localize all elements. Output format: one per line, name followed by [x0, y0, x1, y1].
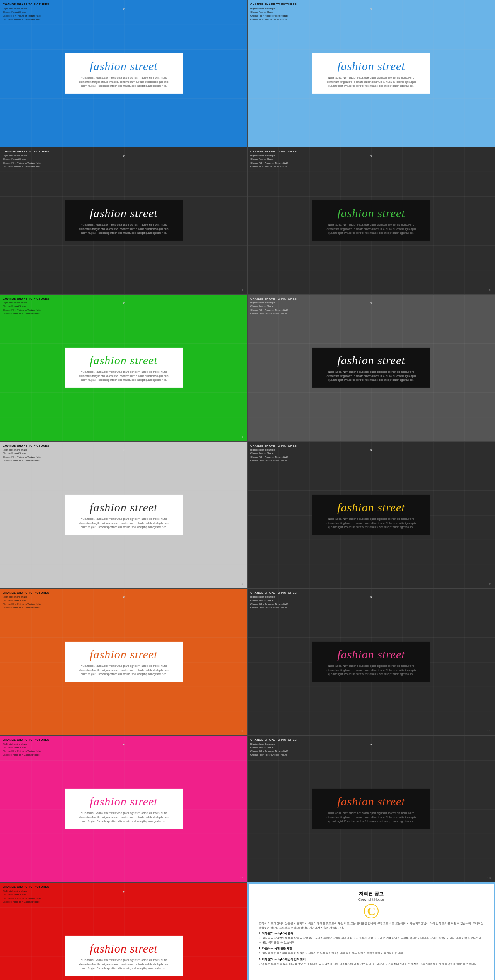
instructions-line-4: Choose From File > Choose Picture — [3, 606, 49, 610]
copyright-title: 저작권 공고 — [259, 891, 484, 897]
fashion-street-title: fashion street — [325, 501, 418, 514]
instructions-block: CHANGE SHAPE TO PICTURESRight click on t… — [3, 297, 49, 315]
instructions-line-1: Right click on the shape — [250, 154, 297, 158]
instructions-line-2: Choose Format Shape — [3, 305, 49, 308]
instructions-block: CHANGE SHAPE TO PICTURESRight click on t… — [3, 885, 49, 904]
slide-12: ▼CHANGE SHAPE TO PICTURESRight click on … — [248, 735, 495, 882]
slide-number: 4 — [242, 288, 243, 291]
instructions-line-1: Right click on the shape — [3, 595, 49, 599]
lorem-text: Nulla facilisi. Nam auctor metus vitae q… — [325, 223, 418, 235]
instructions-title: CHANGE SHAPE TO PICTURES — [3, 444, 49, 447]
instructions-line-3: Choose Fill > Picture or Texture (tab) — [3, 456, 49, 459]
fashion-street-title: fashion street — [325, 648, 418, 661]
arrow-marker: ▼ — [122, 743, 125, 746]
instructions-line-4: Choose From File > Choose Picture — [250, 18, 297, 21]
slide-7: ▼CHANGE SHAPE TO PICTURESRight click on … — [0, 441, 248, 588]
instructions-line-2: Choose Format Shape — [3, 10, 49, 14]
instructions-line-1: Right click on the shape — [3, 301, 49, 305]
copyright-slide: 저작권 공고Copyright NoticeC고객여 이 프레젠테이션은 본 사… — [248, 882, 495, 980]
instructions-line-1: Right click on the shape — [3, 154, 49, 158]
fashion-street-title: fashion street — [77, 942, 170, 955]
instructions-title: CHANGE SHAPE TO PICTURES — [250, 297, 297, 300]
instructions-line-2: Choose Format Shape — [3, 158, 49, 161]
instructions-block: CHANGE SHAPE TO PICTURESRight click on t… — [250, 444, 297, 463]
instructions-line-2: Choose Format Shape — [250, 452, 297, 455]
instructions-line-2: Choose Format Shape — [250, 746, 297, 749]
content-card: fashion streetNulla facilisi. Nam auctor… — [312, 789, 430, 829]
instructions-line-4: Choose From File > Choose Picture — [3, 753, 49, 757]
lorem-text: Nulla facilisi. Nam auctor metus vitae q… — [77, 958, 170, 971]
content-card: fashion streetNulla facilisi. Nam auctor… — [65, 936, 183, 976]
instructions-line-4: Choose From File > Choose Picture — [250, 165, 297, 168]
instructions-block: CHANGE SHAPE TO PICTURESRight click on t… — [250, 150, 297, 168]
arrow-marker: ▼ — [122, 449, 125, 452]
arrow-marker: ▼ — [370, 596, 373, 599]
content-card: fashion streetNulla facilisi. Nam auctor… — [312, 642, 430, 682]
instructions-line-1: Right click on the shape — [3, 7, 49, 10]
instructions-line-3: Choose Fill > Picture or Texture (tab) — [3, 161, 49, 165]
instructions-line-1: Right click on the shape — [3, 889, 49, 893]
slide-13: ▼CHANGE SHAPE TO PICTURESRight click on … — [0, 882, 248, 980]
arrow-marker: ▼ — [122, 596, 125, 599]
arrow-marker: ▼ — [370, 449, 373, 452]
slide-10: ▼CHANGE SHAPE TO PICTURESRight click on … — [248, 588, 495, 735]
slide-number: 9 — [489, 582, 491, 586]
copyright-body4: 만약 불법 복제 또는 무단 배포를 발견하게 된다면, 저작권법에 의해 고소… — [259, 962, 484, 966]
instructions-line-2: Choose Format Shape — [250, 305, 297, 308]
last-row: ▼CHANGE SHAPE TO PICTURESRight click on … — [0, 882, 495, 980]
instructions-line-3: Choose Fill > Picture or Texture (tab) — [3, 897, 49, 900]
instructions-title: CHANGE SHAPE TO PICTURES — [3, 591, 49, 595]
instructions-line-3: Choose Fill > Picture or Texture (tab) — [250, 750, 297, 753]
instructions-line-1: Right click on the shape — [3, 448, 49, 452]
copyright-section3: 3. 저작권(Copyright) 위반시 법적 조치 — [259, 958, 484, 961]
instructions-block: CHANGE SHAPE TO PICTURESRight click on t… — [250, 3, 297, 21]
content-card: fashion streetNulla facilisi. Nam auctor… — [312, 53, 430, 94]
instructions-line-3: Choose Fill > Picture or Texture (tab) — [3, 603, 49, 606]
arrow-marker: ▼ — [122, 7, 125, 11]
slide-number: 6 — [242, 435, 243, 439]
instructions-title: CHANGE SHAPE TO PICTURES — [250, 444, 297, 447]
copyright-section1: 1. 저작권(Copyright)에 관해 — [259, 932, 484, 935]
slide-grid: ▼CHANGE SHAPE TO PICTURESRight click on … — [0, 0, 495, 882]
instructions-line-2: Choose Format Shape — [3, 746, 49, 749]
slide-5: ▼CHANGE SHAPE TO PICTURESRight click on … — [0, 294, 248, 441]
instructions-line-2: Choose Format Shape — [3, 893, 49, 896]
instructions-line-4: Choose From File > Choose Picture — [3, 900, 49, 904]
instructions-block: CHANGE SHAPE TO PICTURESRight click on t… — [3, 738, 49, 757]
instructions-line-3: Choose Fill > Picture or Texture (tab) — [250, 161, 297, 165]
instructions-block: CHANGE SHAPE TO PICTURESRight click on t… — [250, 297, 297, 315]
instructions-line-1: Right click on the shape — [3, 742, 49, 746]
arrow-marker: ▼ — [370, 154, 373, 158]
arrow-marker: ▼ — [122, 890, 125, 893]
content-card: fashion streetNulla facilisi. Nam auctor… — [312, 348, 430, 388]
instructions-line-1: Right click on the shape — [250, 742, 297, 746]
fashion-street-title: fashion street — [77, 501, 170, 514]
instructions-line-4: Choose From File > Choose Picture — [3, 165, 49, 168]
instructions-block: CHANGE SHAPE TO PICTURESRight click on t… — [3, 3, 49, 21]
instructions-line-3: Choose Fill > Picture or Texture (tab) — [3, 750, 49, 753]
instructions-line-4: Choose From File > Choose Picture — [3, 18, 49, 21]
copyright-body2: 이 파일은 저작권법의 보호를 받는 저작물로서, 구매자는 해당 파일을 재판… — [259, 936, 484, 944]
arrow-marker: ▼ — [370, 743, 373, 746]
fashion-street-title: fashion street — [77, 795, 170, 808]
instructions-line-2: Choose Format Shape — [250, 158, 297, 161]
instructions-line-2: Choose Format Shape — [3, 452, 49, 455]
slide-4: ▼CHANGE SHAPE TO PICTURESRight click on … — [248, 147, 495, 294]
fashion-street-title: fashion street — [325, 795, 418, 808]
copyright-logo: C — [364, 904, 379, 918]
slide-3: ▼CHANGE SHAPE TO PICTURESRight click on … — [0, 147, 248, 294]
instructions-line-2: Choose Format Shape — [3, 599, 49, 602]
copyright-body3: 이 파일에 포함된 이미지들은 저작권법상 사용이 가능한 이미지들입니다. 이… — [259, 951, 484, 956]
instructions-block: CHANGE SHAPE TO PICTURESRight click on t… — [3, 591, 49, 610]
instructions-line-1: Right click on the shape — [250, 301, 297, 305]
instructions-title: CHANGE SHAPE TO PICTURES — [3, 885, 49, 889]
instructions-line-2: Choose Format Shape — [250, 10, 297, 14]
arrow-marker: ▼ — [122, 154, 125, 158]
copyright-subtitle: Copyright Notice — [259, 898, 484, 901]
content-card: fashion streetNulla facilisi. Nam auctor… — [65, 495, 183, 535]
arrow-marker: ▼ — [122, 302, 125, 305]
slide-1: ▼CHANGE SHAPE TO PICTURESRight click on … — [0, 0, 248, 147]
instructions-line-4: Choose From File > Choose Picture — [250, 459, 297, 463]
fashion-street-title: fashion street — [325, 207, 418, 220]
instructions-line-3: Choose Fill > Picture or Texture (tab) — [250, 603, 297, 606]
